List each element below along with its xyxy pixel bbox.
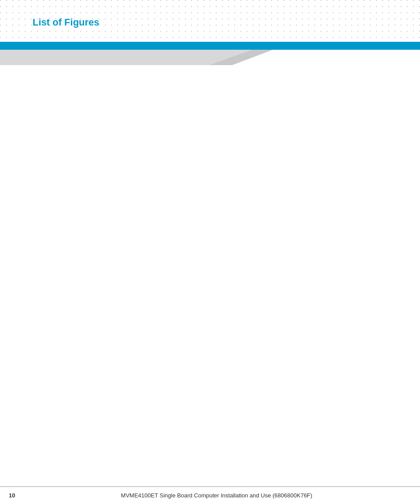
footer-page-number: 10 (9, 492, 22, 499)
footer-document-title: MVME4100ET Single Board Computer Install… (22, 492, 411, 499)
diagonal-accent (0, 50, 420, 65)
header-area: List of Figures (0, 0, 420, 42)
main-content (0, 65, 420, 483)
page-title: List of Figures (33, 17, 99, 28)
blue-banner (0, 42, 420, 50)
footer: 10 MVME4100ET Single Board Computer Inst… (0, 486, 420, 504)
